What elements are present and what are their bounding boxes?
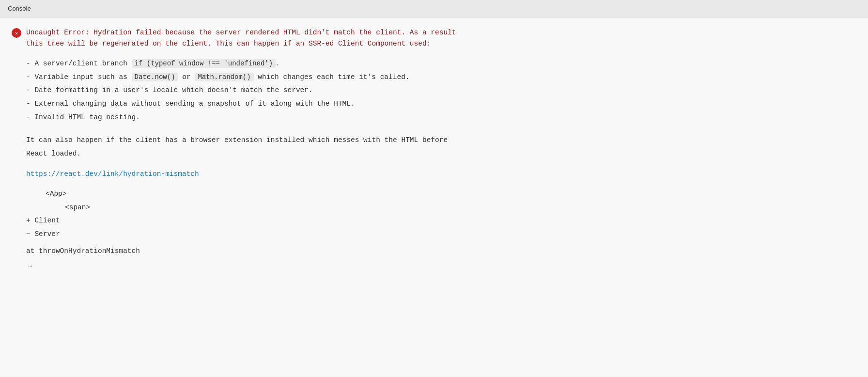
stack-span-tag: <span>	[26, 201, 856, 215]
stack-client-label: Client	[34, 217, 60, 224]
hydration-mismatch-link[interactable]: https://react.dev/link/hydration-mismatc…	[26, 170, 199, 178]
code-math-random: Math.random()	[195, 73, 253, 81]
error-main-text-line2: this tree will be regenerated on the cli…	[26, 38, 856, 49]
list-item-3: - Date formatting in a user's locale whi…	[26, 84, 856, 97]
error-list: - A server/client branch if (typeof wind…	[26, 57, 856, 124]
error-first-line: Uncaught Error: Hydration failed because…	[12, 27, 856, 38]
list-item-2: - Variable input such as Date.now() or M…	[26, 71, 856, 84]
code-date-now: Date.now()	[132, 73, 178, 81]
console-header: Console	[0, 0, 868, 17]
stack-diff-minus: − Server	[26, 228, 856, 241]
list-item-5: - Invalid HTML tag nesting.	[26, 111, 856, 125]
list-item-4: - External changing data without sending…	[26, 97, 856, 111]
stack-app-tag: <App>	[26, 188, 856, 201]
stack-server-label: Server	[34, 230, 60, 238]
error-main-text-line1: Uncaught Error: Hydration failed because…	[26, 27, 856, 38]
stack-trace: <App> <span> + Client − Server at throwO…	[26, 188, 856, 271]
code-typeof-window: if (typeof window !== 'undefined')	[132, 59, 276, 68]
stack-at-function: at throwOnHydrationMismatch	[26, 245, 856, 258]
error-link-block[interactable]: https://react.dev/link/hydration-mismatc…	[26, 170, 856, 178]
stack-throw-fn: at throwOnHydrationMismatch	[26, 247, 140, 255]
list-item-1: - A server/client branch if (typeof wind…	[26, 57, 856, 71]
stack-diff-plus: + Client	[26, 214, 856, 228]
error-icon	[12, 28, 21, 38]
console-body: Uncaught Error: Hydration failed because…	[0, 17, 868, 377]
console-title: Console	[8, 5, 31, 12]
error-block: Uncaught Error: Hydration failed because…	[12, 27, 856, 271]
console-window: Console Uncaught Error: Hydration failed…	[0, 0, 868, 377]
stack-ellipsis: …	[26, 258, 856, 272]
error-paragraph: It can also happen if the client has a b…	[26, 134, 856, 160]
